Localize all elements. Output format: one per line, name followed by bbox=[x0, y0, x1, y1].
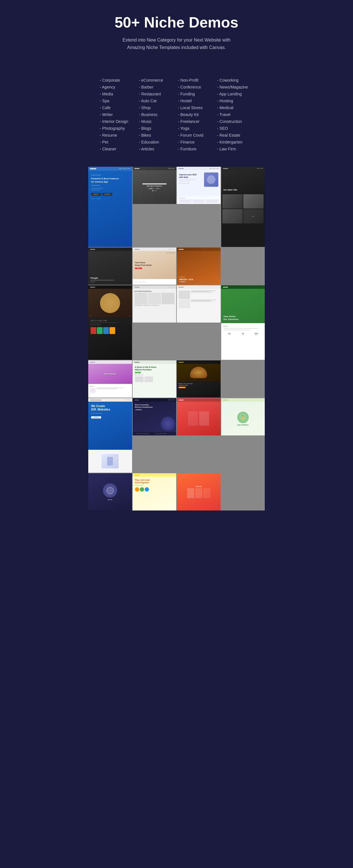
demo-card-blog[interactable] bbox=[177, 285, 220, 322]
demo-card-ecommerce2[interactable]: Canvas bbox=[177, 473, 220, 510]
niche-item[interactable]: - Construction bbox=[217, 118, 254, 125]
hero-subtitle: Extend into New Category for your Next W… bbox=[116, 36, 237, 51]
demo-card-seo[interactable]: Improve your SEOwith Data. Elated Google… bbox=[177, 167, 220, 204]
niche-item[interactable]: - Corporate bbox=[100, 77, 136, 84]
hero-title: 50+ Niche Demos bbox=[100, 14, 253, 31]
niche-item[interactable]: - Furniture bbox=[178, 146, 214, 152]
niche-item[interactable]: - Local Stores bbox=[178, 104, 214, 111]
demo-card-yoga[interactable]: 🧘 Yoga & Wellness bbox=[221, 398, 265, 435]
niche-item[interactable]: - eCommerce bbox=[139, 77, 175, 84]
niche-item[interactable]: - Kindergarten bbox=[217, 138, 254, 146]
niche-column-1: - Corporate - Agency - Media - Spa - Caf… bbox=[100, 77, 136, 152]
niche-item[interactable]: - Non-Profit bbox=[178, 77, 214, 84]
demo-card-kids[interactable]: Play, Learn andGrow Together Kindergarte… bbox=[133, 473, 177, 510]
niche-item[interactable]: - Real Estate bbox=[217, 132, 254, 138]
demos-section: CANVAS Powerful & Best Featuresfor Canva… bbox=[88, 167, 265, 510]
niche-item[interactable]: - Hostel bbox=[178, 97, 214, 104]
demo-row-6: ▶ Play Play, Learn andGrow Together Kind… bbox=[88, 473, 265, 510]
demo-card-ecommerce[interactable] bbox=[177, 398, 220, 435]
demo-card-headphones2[interactable]: ▶ Play bbox=[88, 473, 132, 510]
niche-item[interactable]: - Photography bbox=[100, 125, 136, 132]
niche-item[interactable]: - Shop bbox=[139, 104, 175, 111]
niche-item[interactable]: - Yoga bbox=[178, 125, 214, 132]
demo-card-app[interactable]: CANVAS Powerful & Best Featuresfor Canva… bbox=[88, 167, 132, 247]
niche-item[interactable]: - Spa bbox=[100, 97, 136, 104]
niche-item[interactable]: - Pet bbox=[100, 138, 136, 146]
niche-item[interactable]: - Articles bbox=[139, 146, 175, 152]
niche-item[interactable]: - Funding bbox=[178, 91, 214, 97]
niche-column-4: - Coworking - News/Magazine - App Landin… bbox=[217, 77, 254, 152]
demo-card-people[interactable]: People & people bbox=[88, 248, 132, 285]
niche-item[interactable]: - Blogs bbox=[139, 125, 175, 132]
demo-card-medical[interactable]: Your HomeOur Careness. About Us 10+ Year… bbox=[221, 285, 265, 360]
niche-list-section: - Corporate - Agency - Media - Spa - Caf… bbox=[88, 71, 265, 167]
demo-row-2: People & people Your HomeAway From Home bbox=[88, 248, 265, 285]
niche-column-3: - Non-Profit - Conference - Funding - Ho… bbox=[178, 77, 214, 152]
niche-item[interactable]: - Cleaner bbox=[100, 146, 136, 152]
niche-item[interactable]: - Conference bbox=[178, 84, 214, 91]
demo-card-furniture[interactable]: A Home Is Not A HomeWithout Furniture Sh… bbox=[133, 361, 177, 398]
hero-section: 50+ Niche Demos Extend into New Category… bbox=[88, 0, 265, 71]
niche-item[interactable]: - Hosting bbox=[217, 97, 254, 104]
niche-column-2: - eCommerce - Barber - Restaurant - Auto… bbox=[139, 77, 175, 152]
niche-item[interactable]: - Barber bbox=[139, 84, 175, 91]
demo-card-headphones[interactable]: CANVAS Noise CancellingWireless Headphon… bbox=[133, 398, 177, 435]
niche-item[interactable]: - Cafe bbox=[100, 104, 136, 111]
demo-card-realestate[interactable]: FEATURED PROPERTIES bbox=[133, 285, 177, 322]
niche-item[interactable]: - Travel bbox=[217, 111, 254, 118]
niche-item[interactable]: - App Landing bbox=[217, 91, 254, 97]
niche-item[interactable]: - Agency bbox=[100, 84, 136, 91]
demo-card-burger[interactable]: Burgerrrr! Burgers You wont findAnywhere… bbox=[177, 361, 220, 398]
demo-card-spa[interactable]: Spa Treatment About Us bbox=[88, 361, 132, 398]
niche-item[interactable]: - Music bbox=[139, 118, 175, 125]
niche-item[interactable]: - Writer bbox=[100, 111, 136, 118]
niche-item[interactable]: - Forum Covid bbox=[178, 132, 214, 138]
niche-item[interactable]: - Resume bbox=[100, 132, 136, 138]
niche-columns: - Corporate - Agency - Media - Spa - Caf… bbox=[100, 77, 253, 152]
demo-row-5: We CreateDiff. Websites Build something … bbox=[88, 398, 265, 473]
niche-item[interactable]: - Interior Design bbox=[100, 118, 136, 125]
demo-row-3: ⬅ ➡ HELLO & WELCOME. Browse by Category bbox=[88, 285, 265, 360]
niche-item[interactable]: - Auto Car bbox=[139, 97, 175, 104]
niche-item[interactable]: - Coworking bbox=[217, 77, 254, 84]
niche-item[interactable]: - Bikes bbox=[139, 132, 175, 138]
niche-item[interactable]: - SEO bbox=[217, 125, 254, 132]
niche-item[interactable]: - Medical bbox=[217, 104, 254, 111]
niche-item[interactable]: - Law Firm bbox=[217, 146, 254, 152]
niche-item[interactable]: - Business bbox=[139, 111, 175, 118]
demo-row-1: CANVAS Powerful & Best Featuresfor Canva… bbox=[88, 167, 265, 247]
demo-card-construction[interactable]: CANVAS WINTER / 2018 SHOP bbox=[177, 248, 220, 285]
niche-item[interactable]: - News/Magazine bbox=[217, 84, 254, 91]
niche-item[interactable]: - Media bbox=[100, 91, 136, 97]
demo-row-4: Spa Treatment About Us bbox=[88, 361, 265, 398]
demo-card-hostel[interactable]: Your HomeAway From Home Book Check Avail… bbox=[133, 248, 177, 285]
demo-card-portfolio[interactable]: See what I Did. ▶ bbox=[221, 167, 265, 247]
niche-item[interactable]: - Education bbox=[139, 138, 175, 146]
demo-card-agency[interactable]: We CreateDiff. Websites Build something … bbox=[88, 398, 132, 473]
niche-item[interactable]: - Finance bbox=[178, 138, 214, 146]
demo-card-food[interactable]: ⬅ ➡ HELLO & WELCOME. Browse by Category bbox=[88, 285, 132, 360]
niche-item[interactable]: - Freelancer bbox=[178, 118, 214, 125]
demo-card-sports[interactable]: New Sports Collection Shop View bbox=[133, 167, 177, 204]
niche-item[interactable]: - Restaurant bbox=[139, 91, 175, 97]
niche-item[interactable]: - Beauty Kit bbox=[178, 111, 214, 118]
